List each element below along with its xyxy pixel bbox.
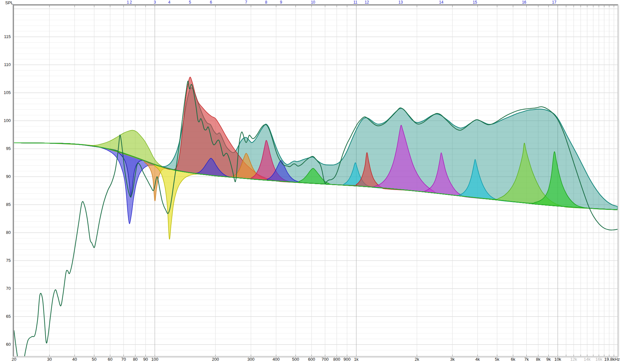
x-tick-label: 3k [450,357,455,362]
filter-number-label[interactable]: 6 [210,0,212,5]
x-tick-label: 30 [47,357,52,362]
y-tick-label: 65 [0,314,11,319]
x-tick-label: 90 [143,357,148,362]
filter-number-label[interactable]: 16 [522,0,526,5]
x-tick-label: 50 [92,357,96,362]
filter-number-label[interactable]: 13 [398,0,403,5]
filter-number-label[interactable]: 10 [311,0,315,5]
filter-number-label[interactable]: 15 [473,0,477,5]
filter-number-label[interactable]: 9 [280,0,282,5]
filter-number-label[interactable]: 7 [245,0,247,5]
filter-number-label[interactable]: 17 [552,0,556,5]
x-tick-label: 40 [72,357,77,362]
y-tick-label: 100 [0,118,11,123]
x-tick-label: 8k [536,357,541,362]
x-tick-label: 900 [343,357,351,362]
filter-number-label[interactable]: 8 [265,0,267,5]
filter-number-label[interactable]: 12 [365,0,369,5]
y-tick-label: 95 [0,146,11,151]
x-tick-label: 300 [247,357,255,362]
x-tick-label: 1k [354,357,359,362]
x-tick-label: 800 [333,357,340,362]
y-tick-label: 90 [0,174,11,179]
y-tick-label: 85 [0,202,11,207]
filter-number-label[interactable]: 11 [354,0,357,5]
x-tick-label: 100 [151,357,159,362]
x-tick-label: 60 [108,357,112,362]
x-tick-label: 7k [524,357,529,362]
filter-number-label[interactable]: 5 [189,0,191,5]
x-tick-label: 14k [584,357,590,362]
spl-eq-chart-window: SPL 1234567891011121314151617 1151101051… [0,0,625,364]
x-tick-label: 500 [292,357,299,362]
x-tick-label: 200 [212,357,219,362]
x-tick-label: 80 [133,357,137,362]
x-tick-label: 5k [495,357,499,362]
x-tick-label: 10k [554,357,561,362]
x-tick-label: 70 [121,357,126,362]
x-tick-label: 20 [12,357,16,362]
x-tick-label: 16k [595,357,602,362]
x-tick-label: 400 [272,357,280,362]
y-tick-label: 70 [0,286,11,291]
x-tick-label: 2k [415,357,419,362]
x-tick-label: 600 [308,357,315,362]
x-tick-label: 6k [511,357,515,362]
filter-number-label[interactable]: 2 [130,0,132,5]
x-tick-label: 700 [322,357,329,362]
y-tick-label: 60 [0,342,11,347]
filter-number-label[interactable]: 4 [168,0,171,5]
y-tick-label: 115 [0,34,11,39]
x-tick-label: 4k [475,357,480,362]
filter-number-label[interactable]: 1 [127,0,129,5]
y-tick-label: 105 [0,90,11,95]
x-tick-label: 12k [570,357,577,362]
plot-area[interactable] [14,6,618,356]
x-tick-label: 9k [546,357,551,362]
plot-frame [13,4,618,357]
y-tick-label: 80 [0,230,11,235]
y-tick-label: 75 [0,258,11,263]
y-tick-label: 110 [0,62,11,67]
y-axis-unit-label: SPL [5,0,13,5]
filter-number-label[interactable]: 3 [154,0,156,5]
x-tick-label: 19.8kHz [604,357,620,362]
filter-number-label[interactable]: 14 [439,0,443,5]
